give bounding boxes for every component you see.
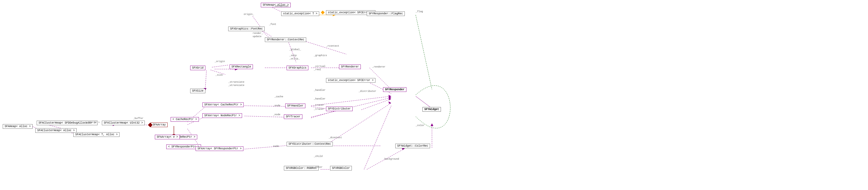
label-node2: _node (273, 113, 280, 116)
node-sfyresponder: SFYResponder (383, 87, 406, 92)
node-sfaclusterheap-alloc: SFAClusterHeap< Alloc > (35, 128, 76, 133)
node-sfxrectangle: SFXRectangle (229, 65, 253, 69)
label-uint32: < UInt32 > (85, 121, 100, 124)
label-sdip: _sdip (289, 54, 297, 57)
label-virtual: _virtual (314, 65, 326, 68)
node-sfyhandler: SFYHandler (285, 104, 305, 108)
edges-svg (0, 0, 868, 190)
node-sfaheap-alloc: SFAHeap< Alloc > (3, 124, 33, 129)
svg-line-47 (245, 145, 293, 149)
node-sfxarray-cacherecptr: SFXArray< CacheRecPtr > (203, 103, 244, 107)
svg-marker-34 (431, 123, 433, 126)
node-sfydistributer-contextrec: SFYDistributer::ContextRec (287, 142, 333, 146)
node-sfaarray: SFAArray (151, 122, 167, 127)
label-origin2: _origin (215, 60, 225, 63)
node-sfxgrid: SFXGrid (190, 66, 206, 70)
diagram-container: SFAHeap< Alloc > static_exception< T > s… (0, 0, 868, 190)
label-tracer1: _tracer (314, 104, 324, 107)
label-renderer: _renderer (372, 66, 385, 68)
svg-line-16 (416, 96, 432, 108)
node-sfxsize: SFXSize (190, 89, 206, 93)
diamond-sfcerror (321, 10, 324, 14)
svg-marker-29 (389, 101, 391, 104)
label-global: _global_ (289, 48, 301, 51)
node-sfxgraphics: SFXGraphics (287, 66, 308, 70)
node-sfyrenderer-contextrec: SFYRenderer::ContextRec (265, 37, 306, 42)
svg-marker-25 (389, 98, 391, 100)
label-update: update (253, 35, 261, 38)
node-sfxclusterheap-uint32: SFXClusterHeap< UInt32 > (102, 121, 145, 125)
node-sfaarray-v: SFAArray< V > (155, 135, 180, 139)
label-exception: _exception (274, 5, 288, 8)
node-sfywidget-colorrec: SFYWidget::ColorRec (395, 144, 430, 148)
label-background: background (384, 158, 399, 160)
label-cache: _cache (274, 96, 283, 98)
node-sfxgraphics-fontrec: SFXGraphics::FontRec (228, 27, 265, 31)
label-distributer: _distributer (359, 90, 376, 93)
node-sfxrgbcolor-rgbrec: SFXRGBColor::RGBRec (284, 166, 319, 170)
label-handler1: _handler (314, 89, 326, 91)
node-sfyresponder-flagrec: SFYResponder::FlagRec (367, 11, 405, 16)
label-buffer: _buffer (133, 117, 144, 120)
svg-line-19 (416, 15, 432, 89)
label-uclip: _uclip_ (289, 58, 300, 60)
label-flag: _flag (416, 10, 423, 13)
label-utransiate: _utransiate (228, 84, 244, 87)
svg-line-24 (361, 99, 391, 110)
node-static-exception-sfcerror-mid: static_exception< SFCError > (326, 78, 375, 83)
node-sfyrenderer: SFYRenderer (339, 65, 361, 69)
label-color-rgb: _color (314, 166, 322, 168)
node-static-exception-t: static_exception< T > (281, 11, 319, 16)
label-font: _font (269, 23, 276, 26)
label-node3: node (273, 145, 279, 148)
node-sfaclusterheap-t-alloc: SFAClusterHeap< T, Alloc > (73, 132, 120, 137)
svg-marker-21 (389, 95, 391, 98)
label-node1: _node (273, 104, 280, 107)
label-dcontext: _dcontext (329, 136, 342, 139)
label-real: _real (314, 68, 321, 71)
label-color-widget: _color (416, 124, 424, 127)
svg-marker-23 (389, 96, 391, 99)
label-tracer2: _tracer (314, 108, 324, 111)
svg-line-8 (205, 71, 207, 91)
label-origin: origin_ (244, 13, 254, 16)
label-child: _child (314, 155, 322, 158)
node-sfydistributer: SFYDistributer (326, 107, 353, 111)
node-cacherecptr: < CacheRecPtr > (170, 117, 199, 122)
node-sfxrgbcolor: SFXRGBColor (330, 166, 352, 170)
node-sfxarray-noderecptr: SFXArray< NodeRecPtr > (203, 113, 242, 118)
node-sfytracer: SFYTracer (284, 114, 302, 119)
label-stransiate: _stransiate (228, 81, 244, 83)
label-graphics: _graphics (314, 54, 327, 57)
label-rcontext: _rcontext (326, 45, 339, 47)
svg-line-65 (212, 65, 228, 67)
node-sfxarray-sfyresponderptr: SFXArray< SFYResponderPtr > (196, 146, 243, 151)
svg-line-27 (311, 111, 334, 118)
label-render: render_ (253, 32, 263, 35)
label-handler2: _handler (314, 98, 326, 100)
label-size: _size (215, 74, 223, 76)
node-sfywidget: SFYWidget (423, 107, 441, 112)
